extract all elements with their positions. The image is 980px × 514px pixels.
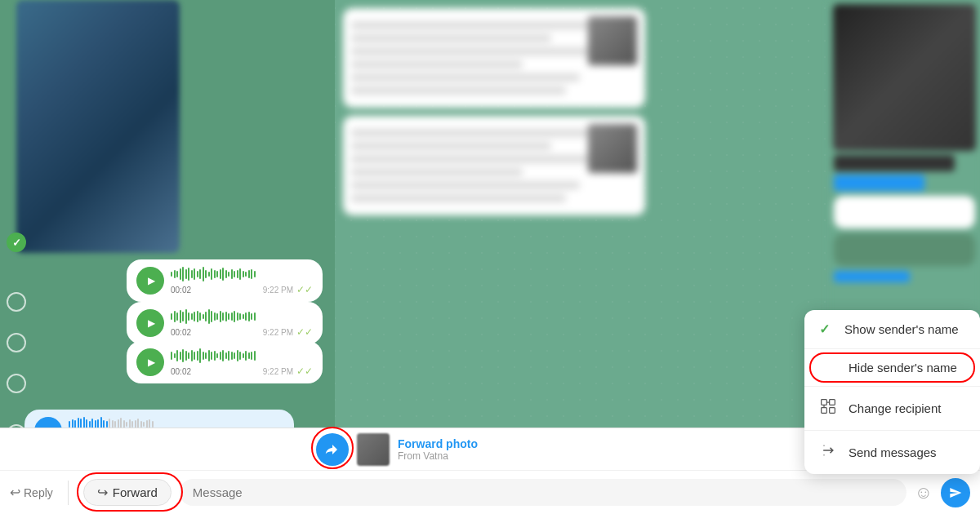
top-image-left (16, 0, 180, 253)
menu-item-send-messages[interactable]: Send messages (804, 431, 980, 474)
change-recipient-label: Change recipient (849, 401, 941, 415)
svg-rect-0 (822, 400, 827, 405)
show-sender-label: Show sender's name (844, 322, 959, 336)
main-container: 00:02 9:22 PM ✓✓ 00:02 (0, 0, 980, 514)
play-btn-1[interactable] (136, 267, 164, 295)
send-button[interactable] (941, 478, 970, 507)
change-recipient-icon (819, 398, 837, 419)
message-input-bar: ↩ Reply ↪ Forward ☺ (0, 470, 980, 514)
menu-item-hide-sender[interactable]: Hide sender's name (804, 349, 980, 387)
toolbar-divider (68, 481, 69, 505)
forward-action-icon: ↪ (97, 485, 108, 500)
svg-rect-1 (830, 400, 835, 405)
forward-arrow-button[interactable] (316, 433, 349, 466)
context-menu: ✓ Show sender's name Hide sender's name (804, 310, 980, 474)
menu-item-show-sender[interactable]: ✓ Show sender's name (804, 310, 980, 349)
select-circle-1[interactable] (7, 233, 26, 252)
forward-thumbnail (357, 433, 390, 466)
waveform-2: 00:02 9:22 PM ✓✓ (171, 308, 313, 338)
chat-area: 00:02 9:22 PM ✓✓ 00:02 (0, 0, 980, 514)
menu-item-change-recipient[interactable]: Change recipient (804, 387, 980, 431)
svg-rect-2 (822, 408, 827, 414)
play-btn-2[interactable] (136, 309, 164, 337)
waveform-1: 00:02 9:22 PM ✓✓ (171, 266, 313, 295)
select-circle-3[interactable] (7, 333, 26, 352)
reply-icon: ↩ (10, 485, 20, 500)
emoji-button[interactable]: ☺ (915, 482, 933, 503)
hide-sender-label: Hide sender's name (849, 361, 957, 374)
play-btn-3[interactable] (136, 348, 164, 376)
send-messages-icon (819, 442, 837, 463)
message-input[interactable] (180, 479, 906, 506)
waveform-3: 00:02 9:22 PM ✓✓ (171, 348, 313, 377)
select-circle-4[interactable] (7, 374, 26, 393)
reply-button[interactable]: ↩ Reply (10, 485, 53, 500)
select-circle-2[interactable] (7, 292, 26, 312)
mid-blurred-content (335, 0, 653, 441)
reply-label: Reply (24, 486, 53, 499)
check-icon: ✓ (819, 321, 830, 337)
svg-rect-3 (830, 408, 835, 414)
voice-bubble-3: 00:02 9:22 PM ✓✓ (127, 341, 323, 388)
forward-action-label: Forward (113, 485, 158, 499)
voice-bubble-1: 00:02 9:22 PM ✓✓ (127, 259, 323, 307)
forward-action-button[interactable]: ↪ Forward (83, 479, 172, 506)
send-messages-label: Send messages (849, 445, 937, 459)
